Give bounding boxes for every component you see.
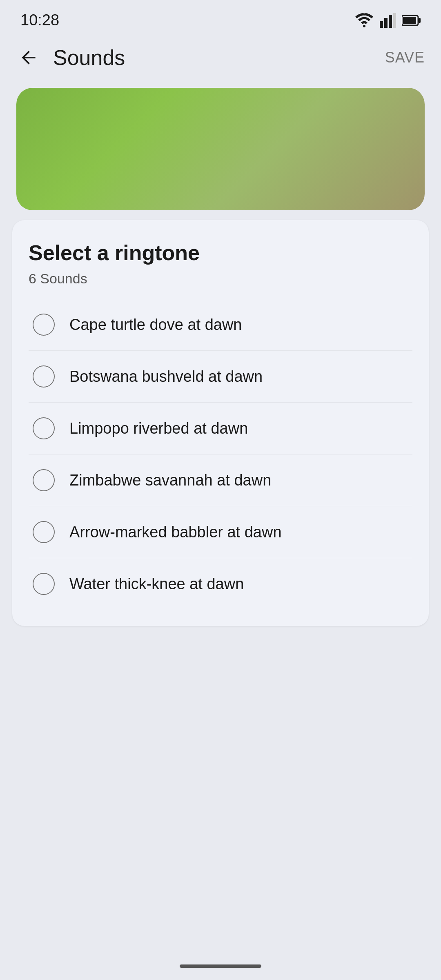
card-subtitle: 6 Sounds (29, 271, 412, 287)
svg-rect-2 (384, 18, 388, 28)
status-icons (354, 13, 421, 28)
ringtone-label: Cape turtle dove at dawn (69, 316, 242, 334)
wifi-icon (354, 13, 374, 28)
list-item[interactable]: Cape turtle dove at dawn (29, 299, 412, 351)
radio-button (33, 417, 55, 439)
radio-button (33, 521, 55, 543)
back-arrow-icon (18, 47, 39, 68)
radio-button (33, 314, 55, 336)
status-time: 10:28 (20, 11, 59, 29)
svg-rect-6 (419, 18, 421, 23)
ringtone-card: Select a ringtone 6 Sounds Cape turtle d… (12, 220, 429, 626)
svg-point-0 (363, 25, 365, 27)
radio-button (33, 469, 55, 491)
status-bar: 10:28 (0, 0, 441, 37)
list-item[interactable]: Limpopo riverbed at dawn (29, 403, 412, 454)
card-title: Select a ringtone (29, 241, 412, 265)
battery-icon (402, 13, 421, 28)
list-item[interactable]: Water thick-knee at dawn (29, 558, 412, 610)
list-item[interactable]: Botswana bushveld at dawn (29, 351, 412, 403)
ringtone-label: Water thick-knee at dawn (69, 575, 244, 593)
list-item[interactable]: Zimbabwe savannah at dawn (29, 454, 412, 506)
radio-button (33, 365, 55, 388)
svg-rect-1 (380, 21, 383, 28)
svg-rect-4 (393, 13, 396, 28)
top-app-bar: Sounds SAVE (0, 37, 441, 78)
list-item[interactable]: Arrow-marked babbler at dawn (29, 506, 412, 558)
top-bar-left: Sounds (16, 45, 125, 70)
ringtone-label: Arrow-marked babbler at dawn (69, 523, 282, 541)
ringtone-label: Limpopo riverbed at dawn (69, 420, 248, 437)
radio-button (33, 573, 55, 595)
svg-rect-7 (403, 17, 416, 24)
signal-icon (380, 13, 396, 28)
home-indicator (180, 964, 261, 968)
back-button[interactable] (16, 45, 41, 70)
page-title: Sounds (53, 45, 125, 70)
ringtone-label: Botswana bushveld at dawn (69, 368, 263, 385)
ringtone-list: Cape turtle dove at dawnBotswana bushvel… (29, 299, 412, 610)
ringtone-label: Zimbabwe savannah at dawn (69, 472, 271, 489)
svg-rect-3 (389, 15, 392, 28)
album-art (16, 88, 425, 210)
save-button[interactable]: SAVE (385, 49, 425, 66)
